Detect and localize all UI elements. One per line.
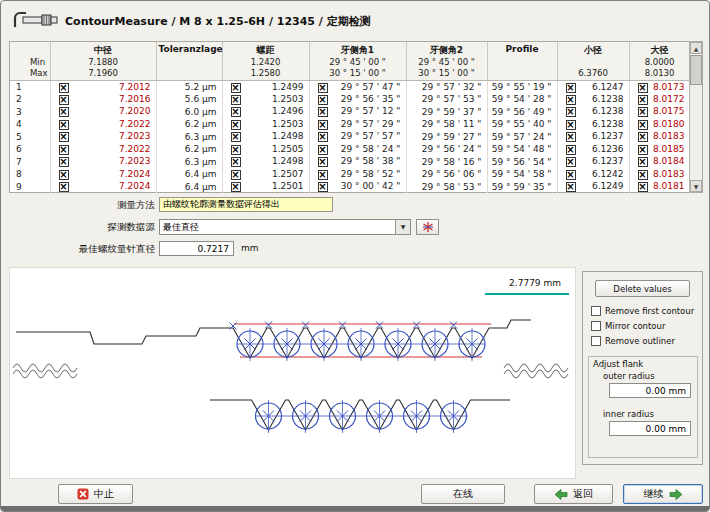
checkbox-checked-icon[interactable] xyxy=(318,107,328,117)
checkbox-checked-icon[interactable] xyxy=(638,95,648,105)
checkbox-checked-icon[interactable] xyxy=(566,83,576,93)
outer-radius-input[interactable] xyxy=(609,383,691,398)
checkbox-checked-icon[interactable] xyxy=(59,107,69,117)
checkbox-checked-icon[interactable] xyxy=(59,170,69,180)
data-source-combobox[interactable]: 最佳直径 xyxy=(159,219,411,235)
scroll-down-icon[interactable] xyxy=(690,180,702,192)
checkbox-checked-icon[interactable] xyxy=(566,120,576,130)
checkbox-checked-icon[interactable] xyxy=(318,120,328,130)
cell-tolerance: 6.0 µm xyxy=(156,106,222,119)
checkbox-unchecked-icon[interactable] xyxy=(591,306,601,316)
checkbox-checked-icon[interactable] xyxy=(231,182,241,192)
cell-profile: 59 ° 54 ' 28 " xyxy=(487,93,557,106)
checkbox-checked-icon[interactable] xyxy=(566,145,576,155)
checkbox-checked-icon[interactable] xyxy=(231,170,241,180)
cell-major-diameter: 8.0184 xyxy=(629,156,690,169)
scrollbar-thumb[interactable] xyxy=(690,55,702,85)
checkbox-unchecked-icon[interactable] xyxy=(591,321,601,331)
checkbox-checked-icon[interactable] xyxy=(231,145,241,155)
checkbox-checked-icon[interactable] xyxy=(59,95,69,105)
table-row[interactable]: 17.20125.2 µm1.249929 ° 57 ' 47 "29 ° 57… xyxy=(10,81,690,94)
table-row[interactable]: 67.20226.2 µm1.250529 ° 58 ' 24 "29 ° 56… xyxy=(10,143,690,156)
cell-major-diameter: 8.0172 xyxy=(629,93,690,106)
chevron-down-icon[interactable] xyxy=(395,220,410,234)
checkbox-checked-icon[interactable] xyxy=(59,145,69,155)
delete-values-button[interactable]: Delete values xyxy=(595,280,690,297)
col-flank-angle-1: 牙侧角1 29 ° 45 ' 00 " 30 ° 15 ' 00 " xyxy=(309,42,406,81)
checkbox-checked-icon[interactable] xyxy=(318,95,328,105)
table-scrollbar[interactable] xyxy=(689,42,702,192)
break-lines-icon xyxy=(13,364,568,378)
cell-profile: 59 ° 55 ' 19 " xyxy=(487,81,557,94)
next-button[interactable]: 继续 xyxy=(623,484,703,504)
checkbox-checked-icon[interactable] xyxy=(231,83,241,93)
col-minor-diameter: 小径 6.3760 xyxy=(557,42,629,81)
checkbox-checked-icon[interactable] xyxy=(231,95,241,105)
table-row[interactable]: 77.20236.3 µm1.249829 ° 58 ' 38 "29 ° 58… xyxy=(10,156,690,169)
table-row[interactable]: 97.20246.4 µm1.250130 ° 00 ' 42 "29 ° 58… xyxy=(10,181,690,194)
table-row[interactable]: 27.20165.6 µm1.250329 ° 56 ' 35 "29 ° 57… xyxy=(10,93,690,106)
checkbox-checked-icon[interactable] xyxy=(231,132,241,142)
checkbox-checked-icon[interactable] xyxy=(638,182,648,192)
checkbox-checked-icon[interactable] xyxy=(566,157,576,167)
checkbox-unchecked-icon[interactable] xyxy=(591,336,601,346)
cell-pitch-diameter: 7.2022 xyxy=(50,118,156,131)
checkbox-checked-icon[interactable] xyxy=(566,107,576,117)
online-button[interactable]: 在线 xyxy=(421,484,505,504)
checkbox-checked-icon[interactable] xyxy=(638,120,648,130)
checkbox-checked-icon[interactable] xyxy=(231,107,241,117)
wire-diameter-input[interactable] xyxy=(159,241,234,256)
checkbox-checked-icon[interactable] xyxy=(638,157,648,167)
checkbox-checked-icon[interactable] xyxy=(638,83,648,93)
checkbox-checked-icon[interactable] xyxy=(638,145,648,155)
remove-first-contour-checkbox[interactable]: Remove first contour xyxy=(591,306,694,316)
cell-profile: 59 ° 56 ' 54 " xyxy=(487,156,557,169)
checkbox-checked-icon[interactable] xyxy=(231,120,241,130)
back-label: 返回 xyxy=(573,487,593,501)
checkbox-checked-icon[interactable] xyxy=(59,120,69,130)
checkbox-checked-icon[interactable] xyxy=(638,132,648,142)
checkbox-checked-icon[interactable] xyxy=(638,107,648,117)
checkbox-checked-icon[interactable] xyxy=(566,170,576,180)
table-row[interactable]: 37.20206.0 µm1.249629 ° 57 ' 12 "29 ° 59… xyxy=(10,106,690,119)
cell-minor-diameter: 6.1249 xyxy=(557,181,629,194)
checkbox-checked-icon[interactable] xyxy=(318,170,328,180)
abort-button[interactable]: 中止 xyxy=(58,484,133,504)
checkbox-checked-icon[interactable] xyxy=(566,95,576,105)
inner-radius-input[interactable] xyxy=(609,421,691,436)
recalculate-button[interactable] xyxy=(416,219,439,235)
checkbox-checked-icon[interactable] xyxy=(318,157,328,167)
cell-pitch: 1.2505 xyxy=(222,143,309,156)
source-label: 探测数据源 xyxy=(1,221,155,234)
scroll-up-icon[interactable] xyxy=(690,42,702,54)
method-field[interactable]: 由螺纹轮廓测量数据评估得出 xyxy=(159,197,333,212)
cell-flank-angle-2: 29 ° 56 ' 06 " xyxy=(406,168,487,181)
checkbox-checked-icon[interactable] xyxy=(231,157,241,167)
mirror-contour-checkbox[interactable]: Mirror contour xyxy=(591,321,665,331)
remove-outliner-checkbox[interactable]: Remove outliner xyxy=(591,336,675,346)
col-pitch-diameter: 中径 7.1880 7.1960 xyxy=(50,42,156,81)
checkbox-checked-icon[interactable] xyxy=(59,132,69,142)
checkbox-checked-icon[interactable] xyxy=(318,182,328,192)
checkbox-checked-icon[interactable] xyxy=(59,182,69,192)
checkbox-checked-icon[interactable] xyxy=(318,83,328,93)
cell-flank-angle-1: 29 ° 57 ' 29 " xyxy=(309,118,406,131)
cell-pitch-diameter: 7.2023 xyxy=(50,156,156,169)
checkbox-checked-icon[interactable] xyxy=(638,170,648,180)
table-row[interactable]: 87.20246.4 µm1.250729 ° 58 ' 52 "29 ° 56… xyxy=(10,168,690,181)
cell-pitch-diameter: 7.2023 xyxy=(50,131,156,144)
checkbox-checked-icon[interactable] xyxy=(318,132,328,142)
checkbox-checked-icon[interactable] xyxy=(566,132,576,142)
back-button[interactable]: 返回 xyxy=(534,484,613,504)
checkbox-checked-icon[interactable] xyxy=(59,157,69,167)
checkbox-checked-icon[interactable] xyxy=(59,83,69,93)
checkbox-checked-icon[interactable] xyxy=(318,145,328,155)
table-row[interactable]: 47.20226.2 µm1.250329 ° 57 ' 29 "29 ° 58… xyxy=(10,118,690,131)
cell-minor-diameter: 6.1237 xyxy=(557,156,629,169)
row-number: 9 xyxy=(10,181,50,194)
col-major-diameter: 大径 8.0000 8.0130 xyxy=(629,42,690,81)
table-row[interactable]: 57.20236.3 µm1.249829 ° 57 ' 57 "29 ° 59… xyxy=(10,131,690,144)
back-arrow-icon xyxy=(554,489,568,500)
checkbox-checked-icon[interactable] xyxy=(566,182,576,192)
cell-tolerance: 6.2 µm xyxy=(156,118,222,131)
